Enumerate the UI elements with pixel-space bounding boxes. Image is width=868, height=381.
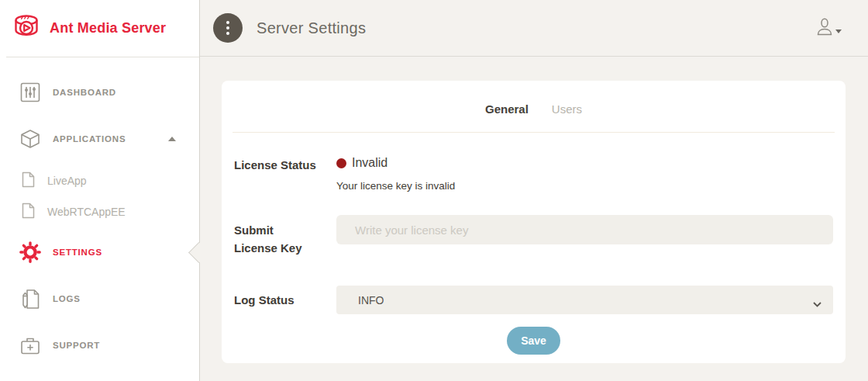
- sidebar-item-liveapp[interactable]: LiveApp: [0, 165, 199, 196]
- chevron-down-icon: [835, 29, 842, 33]
- kebab-dot: [226, 26, 229, 29]
- kebab-menu-button[interactable]: [213, 13, 243, 43]
- license-status-message: Your license key is invalid: [336, 180, 833, 192]
- log-status-select[interactable]: INFO: [336, 286, 833, 314]
- sidebar-item-dashboard[interactable]: DASHBOARD: [0, 73, 199, 112]
- sidebar: Ant Media Server: [0, 0, 200, 381]
- top-header: Server Settings: [200, 0, 868, 57]
- settings-card: General Users License Status Invalid: [222, 81, 846, 363]
- sidebar-label-support: SUPPORT: [53, 341, 100, 350]
- user-icon: [817, 18, 832, 39]
- sidebar-label-liveapp: LiveApp: [47, 175, 87, 187]
- sidebar-item-webrtcappee[interactable]: WebRTCAppEE: [0, 196, 199, 227]
- log-status-row: Log Status INFO: [234, 286, 833, 314]
- sidebar-label-logs: LOGS: [53, 294, 81, 303]
- brand-logo[interactable]: Ant Media Server: [0, 0, 199, 57]
- sidebar-label-webrtcappee: WebRTCAppEE: [47, 206, 126, 218]
- license-status-row: License Status Invalid Your license key …: [234, 156, 833, 206]
- app-window: Ant Media Server: [0, 0, 868, 381]
- license-status-value: Invalid Your license key is invalid: [336, 156, 833, 192]
- license-key-label: Submit License Key: [234, 215, 305, 257]
- license-status-line: Invalid: [336, 156, 833, 170]
- tab-general[interactable]: General: [485, 102, 529, 116]
- kebab-dot: [226, 21, 229, 24]
- applications-box-icon: [19, 129, 42, 149]
- applications-sublist: LiveApp WebRTCAppEE: [0, 165, 199, 227]
- ant-media-logo-icon: [11, 12, 42, 45]
- sidebar-nav: DASHBOARD APPLICATIONS: [0, 57, 199, 365]
- log-status-label: Log Status: [234, 291, 336, 309]
- log-status-select-wrap: INFO: [336, 286, 833, 314]
- sidebar-item-applications[interactable]: APPLICATIONS: [0, 119, 199, 158]
- collapse-caret-up-icon[interactable]: [168, 137, 176, 141]
- sidebar-item-settings[interactable]: SETTINGS: [0, 233, 199, 272]
- license-status-label: License Status: [234, 156, 336, 174]
- save-row: Save: [234, 327, 833, 355]
- sidebar-label-settings: SETTINGS: [53, 248, 102, 257]
- sidebar-item-support[interactable]: SUPPORT: [0, 326, 199, 365]
- sidebar-label-dashboard: DASHBOARD: [53, 88, 116, 97]
- license-key-row: Submit License Key: [234, 215, 833, 257]
- tab-users[interactable]: Users: [552, 102, 582, 116]
- settings-form: License Status Invalid Your license key …: [222, 133, 846, 355]
- main-area: Server Settings General Users: [200, 0, 868, 381]
- brand-name: Ant Media Server: [50, 20, 166, 36]
- settings-gear-icon: [19, 240, 42, 265]
- save-button[interactable]: Save: [507, 327, 560, 355]
- dashboard-sliders-icon: [19, 82, 42, 102]
- support-firstaid-icon: [19, 336, 42, 355]
- sidebar-item-logs[interactable]: LOGS: [0, 279, 199, 318]
- license-key-input[interactable]: [336, 215, 833, 244]
- sidebar-label-applications: APPLICATIONS: [53, 134, 126, 144]
- page-title: Server Settings: [257, 19, 366, 37]
- kebab-dot: [226, 32, 229, 35]
- license-status-text: Invalid: [352, 156, 388, 170]
- tab-bar: General Users: [222, 81, 846, 116]
- logs-document-icon: [19, 289, 42, 310]
- file-icon: [22, 203, 35, 222]
- file-icon: [22, 171, 35, 191]
- user-menu-button[interactable]: [817, 18, 842, 39]
- content-area: General Users License Status Invalid: [200, 57, 868, 381]
- status-dot-icon: [336, 158, 346, 168]
